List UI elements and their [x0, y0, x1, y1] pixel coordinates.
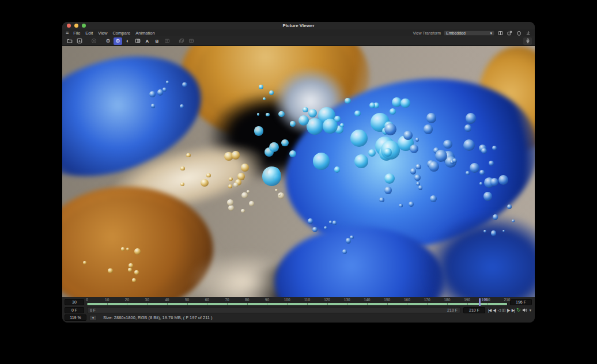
bubble [186, 153, 190, 157]
menu-item-file[interactable]: File [73, 31, 80, 36]
bubble [400, 98, 410, 108]
ruler-tick-mark [207, 303, 207, 305]
export-icon[interactable] [507, 30, 513, 36]
menu-items: FileEditViewCompareAnimation [73, 31, 154, 36]
framerate-field[interactable]: 30 [65, 299, 84, 305]
status-info-text: Size: 2880x1800, RGB (8 Bit), 19.76 MB, … [103, 315, 213, 320]
paste-image-button [187, 37, 195, 45]
loop-playback-button[interactable]: ↻ [516, 308, 521, 313]
microphone-icon[interactable] [523, 37, 532, 45]
ruler-tick-mark [167, 303, 168, 305]
bubble [443, 140, 452, 149]
bubble [281, 139, 288, 146]
hamburger-menu-icon[interactable]: ≡ [66, 31, 69, 36]
stop-button[interactable]: ▯▯ [502, 308, 505, 312]
bubble [278, 111, 284, 117]
bubble [346, 238, 351, 243]
playback-options-button[interactable]: ▾ [529, 308, 531, 312]
bubble [303, 107, 308, 113]
bubble [481, 148, 487, 154]
bubble [228, 205, 234, 211]
desktop-background: Picture Viewer ≡ FileEditViewCompareAnim… [0, 0, 597, 364]
step-forward-button[interactable]: |▶ [507, 308, 510, 312]
zoom-level-field[interactable]: 119 % [65, 314, 86, 321]
bubble [129, 263, 133, 268]
ruler-tick-mark [487, 303, 488, 305]
histogram-gear-button[interactable]: ⚙ [104, 37, 112, 45]
menu-item-edit[interactable]: Edit [85, 31, 93, 36]
bubble [307, 118, 323, 135]
open-file-button[interactable] [65, 37, 74, 45]
picture-viewer-window: Picture Viewer ≡ FileEditViewCompareAnim… [62, 22, 535, 323]
bubble [492, 146, 497, 150]
step-back-button[interactable]: ◀| [493, 308, 496, 312]
bubble [275, 189, 278, 192]
bubble [410, 145, 418, 153]
timeline-scrollbar[interactable]: 0 F 210 F [87, 307, 460, 313]
ruler-tick-label: 110 [304, 298, 310, 302]
ruler-tick-label: 210 [504, 298, 511, 302]
bubble [263, 97, 266, 100]
bubble [384, 123, 396, 135]
title-bar[interactable]: Picture Viewer [62, 22, 535, 29]
view-transform-value: Embedded [446, 31, 466, 35]
bubble [257, 113, 259, 115]
range-start-field[interactable]: 0 F [65, 307, 84, 313]
bubble [409, 202, 414, 207]
ruler-tick-label: 160 [404, 298, 410, 302]
bubble [266, 113, 270, 117]
save-image-button[interactable] [75, 37, 84, 45]
bubble [479, 170, 485, 175]
bubble [269, 142, 279, 152]
bubble [466, 171, 469, 175]
bubble [134, 248, 141, 255]
bubble [342, 249, 347, 254]
range-end-field[interactable]: 210 F [463, 307, 485, 313]
gear-icon: ⚙ [105, 39, 110, 44]
filter-gear-button[interactable]: ⚙ [114, 37, 122, 45]
bubble [157, 89, 164, 96]
play-backward-button[interactable]: ◁ [497, 308, 500, 312]
bubble [379, 198, 384, 202]
pan-hand-icon[interactable] [516, 30, 522, 36]
ruler-tick-label: 40 [165, 298, 169, 302]
view-transform-dropdown[interactable]: Embedded ▾ [444, 31, 494, 36]
bubble [132, 278, 136, 282]
goto-start-button[interactable]: |◀ [488, 308, 491, 312]
bubble [149, 91, 156, 97]
ruler-tick-mark [327, 303, 328, 305]
menu-item-view[interactable]: View [98, 31, 107, 36]
menu-item-animation[interactable]: Animation [135, 31, 154, 36]
download-icon[interactable] [525, 30, 531, 36]
set-version-a-button[interactable]: A [143, 37, 152, 45]
preview-range-bar[interactable] [87, 303, 507, 305]
ruler-tick-label: 30 [145, 298, 149, 302]
bubble [483, 192, 492, 200]
bubble [463, 139, 475, 151]
zoom-dropdown-button[interactable]: ▾ [89, 315, 97, 321]
contrast-filter-button[interactable]: ◐ [123, 37, 132, 45]
bubble [430, 195, 437, 202]
bubble [390, 108, 396, 115]
bubble [369, 103, 375, 108]
goto-end-button[interactable]: ▶| [512, 308, 515, 312]
ruler-tick-mark [287, 303, 288, 305]
timeline-ruler[interactable]: 0102030405060708090100110120130140150160… [87, 298, 507, 306]
bubble [426, 113, 437, 123]
bubble [180, 104, 184, 108]
bubble [489, 161, 494, 166]
bubble [182, 82, 187, 87]
bubble [354, 111, 361, 117]
menu-item-compare[interactable]: Compare [112, 31, 130, 36]
bubble [424, 124, 433, 134]
bubble [384, 187, 392, 194]
set-version-b-button[interactable]: B [153, 37, 161, 45]
playhead[interactable]: 196 [479, 298, 481, 306]
bubble [410, 168, 417, 175]
view-transform-label: View Transform [413, 31, 441, 35]
bubble [254, 126, 264, 136]
contrast-icon: ◐ [126, 39, 129, 44]
split-view-icon[interactable] [497, 30, 504, 36]
toolbar: ⚙ ⚙ ◐ A B [62, 36, 535, 46]
ab-compare-button[interactable] [133, 37, 142, 45]
